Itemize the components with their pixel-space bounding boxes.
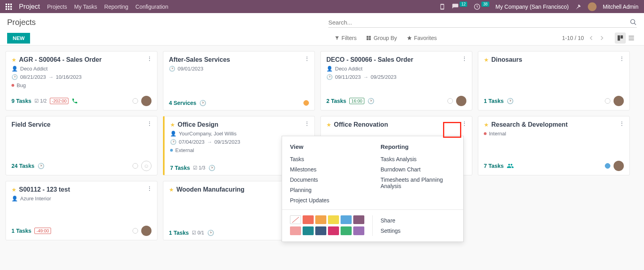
- messages-icon[interactable]: 12: [452, 3, 467, 10]
- card-menu-icon[interactable]: ⋮: [619, 120, 625, 127]
- star-icon[interactable]: ★: [169, 186, 174, 193]
- color-swatch[interactable]: [353, 226, 364, 235]
- dropdown-planning[interactable]: Planning: [290, 185, 365, 195]
- user-name[interactable]: Mitchell Admin: [603, 4, 638, 10]
- card-menu-icon[interactable]: ⋮: [147, 185, 152, 192]
- project-card-s00112-test[interactable]: ⋮ ★S00112 - 123 test 👤Azure Interior 1 T…: [6, 181, 157, 240]
- phone-icon[interactable]: [72, 98, 78, 104]
- status-circle[interactable]: [605, 163, 610, 169]
- star-icon[interactable]: ★: [11, 186, 17, 193]
- nav-projects[interactable]: Projects: [47, 4, 67, 10]
- user-avatar[interactable]: [588, 2, 597, 11]
- nav-configuration[interactable]: Configuration: [135, 4, 168, 10]
- status-circle[interactable]: [605, 98, 610, 104]
- search-input[interactable]: [328, 19, 630, 26]
- activities-icon[interactable]: 38: [474, 3, 489, 10]
- dropdown-timesheets-analysis[interactable]: Timesheets and Planning Analysis: [381, 175, 455, 191]
- nav-my-tasks[interactable]: My Tasks: [74, 4, 97, 10]
- tasks-link[interactable]: 9 Tasks: [11, 98, 31, 104]
- view-kanban[interactable]: [615, 32, 626, 44]
- tasks-link[interactable]: 7 Tasks: [170, 165, 190, 171]
- star-icon[interactable]: ★: [326, 122, 331, 128]
- assignee-avatar[interactable]: [614, 161, 624, 171]
- pager-prev[interactable]: [589, 35, 594, 41]
- status-circle[interactable]: [303, 100, 309, 106]
- topnav: Project Projects My Tasks Reporting Conf…: [0, 0, 644, 13]
- assignee-avatar[interactable]: ☺: [141, 161, 152, 171]
- dropdown-documents[interactable]: Documents: [290, 175, 365, 185]
- search-icon[interactable]: [630, 19, 637, 26]
- dropdown-settings[interactable]: Settings: [381, 226, 455, 236]
- company-selector[interactable]: My Company (San Francisco): [496, 4, 569, 10]
- star-icon[interactable]: ★: [484, 122, 489, 128]
- clock-icon: 🕑: [11, 74, 18, 80]
- tasks-link[interactable]: 1 Tasks: [11, 228, 31, 234]
- color-swatch[interactable]: [290, 226, 301, 235]
- project-card-field-service[interactable]: ⋮ Field Service 24 Tasks 🕑 ☺: [6, 116, 157, 175]
- card-menu-icon[interactable]: ⋮: [147, 120, 152, 127]
- svg-rect-1: [8, 4, 9, 5]
- tasks-link[interactable]: 7 Tasks: [484, 163, 504, 169]
- color-swatch[interactable]: [341, 226, 352, 235]
- project-card-after-sales[interactable]: ⋮ After-Sales Services 🕑09/01/2023 4 Ser…: [163, 51, 315, 110]
- card-menu-icon[interactable]: ⋮: [147, 55, 152, 62]
- color-swatch[interactable]: [315, 226, 326, 235]
- card-menu-icon[interactable]: ⋮: [619, 55, 625, 62]
- project-card-research-development[interactable]: ⋮ ★Research & Development Internal 7 Tas…: [478, 116, 630, 175]
- status-circle[interactable]: [133, 163, 138, 169]
- nav-reporting[interactable]: Reporting: [104, 4, 129, 10]
- color-swatch[interactable]: [341, 215, 352, 224]
- app-brand[interactable]: Project: [19, 3, 40, 11]
- color-swatch[interactable]: [303, 226, 314, 235]
- assignee-avatar[interactable]: [614, 96, 624, 106]
- new-button[interactable]: NEW: [7, 33, 30, 44]
- color-none[interactable]: [290, 215, 301, 224]
- card-menu-icon[interactable]: ⋮: [304, 55, 310, 62]
- star-icon[interactable]: ★: [484, 57, 489, 63]
- dropdown-project-updates[interactable]: Project Updates: [290, 195, 365, 205]
- dropdown-tasks-analysis[interactable]: Tasks Analysis: [381, 154, 455, 164]
- groupby-button[interactable]: Group By: [366, 35, 397, 41]
- dropdown-share[interactable]: Share: [381, 215, 455, 226]
- tasks-link[interactable]: 24 Tasks: [11, 163, 34, 169]
- filters-button[interactable]: Filters: [335, 35, 356, 41]
- tasks-link[interactable]: 1 Tasks: [484, 98, 504, 104]
- user-icon: 👤: [170, 131, 176, 137]
- pager-next[interactable]: [599, 35, 604, 41]
- color-swatch[interactable]: [315, 215, 326, 224]
- color-swatch[interactable]: [353, 215, 364, 224]
- dropdown-milestones[interactable]: Milestones: [290, 164, 365, 175]
- favorites-button[interactable]: Favorites: [407, 35, 437, 41]
- project-card-deco-sales-order[interactable]: ⋮ DECO - S00066 - Sales Order 👤Deco Addi…: [320, 51, 472, 110]
- color-swatch[interactable]: [303, 215, 314, 224]
- svg-line-11: [634, 23, 636, 25]
- color-swatch[interactable]: [328, 226, 339, 235]
- tasks-link[interactable]: 4 Services: [169, 100, 196, 106]
- assignee-avatar[interactable]: [456, 96, 466, 106]
- phone-icon[interactable]: [439, 4, 445, 10]
- status-circle[interactable]: [133, 98, 138, 104]
- debug-icon[interactable]: [575, 4, 581, 10]
- star-icon[interactable]: ★: [11, 57, 17, 63]
- apps-icon[interactable]: [6, 4, 12, 10]
- status-circle[interactable]: [447, 98, 453, 104]
- assignee-avatar[interactable]: [141, 96, 152, 106]
- card-title: Research & Development: [491, 121, 568, 128]
- project-card-dinosaurs[interactable]: ⋮ ★Dinosaurs 1 Tasks 🕑: [478, 51, 630, 110]
- dropdown-tasks[interactable]: Tasks: [290, 154, 365, 164]
- project-card-agr-sales-order[interactable]: ⋮ ★AGR - S00064 - Sales Order 👤Deco Addi…: [6, 51, 157, 110]
- color-swatch[interactable]: [328, 215, 339, 224]
- card-menu-icon[interactable]: ⋮: [304, 120, 310, 127]
- card-menu-icon[interactable]: ⋮: [462, 120, 467, 127]
- status-circle[interactable]: [133, 228, 138, 234]
- pager-text: 1-10 / 10: [562, 35, 584, 41]
- tasks-link[interactable]: 1 Tasks: [169, 230, 189, 236]
- view-list[interactable]: [626, 32, 637, 44]
- tasks-link[interactable]: 2 Tasks: [326, 98, 346, 104]
- search-bar[interactable]: [328, 17, 637, 28]
- assignee-avatar[interactable]: [141, 226, 152, 236]
- card-menu-icon[interactable]: ⋮: [462, 55, 467, 62]
- star-icon[interactable]: ★: [170, 122, 175, 128]
- dropdown-burndown[interactable]: Burndown Chart: [381, 164, 455, 175]
- svg-rect-0: [6, 4, 7, 5]
